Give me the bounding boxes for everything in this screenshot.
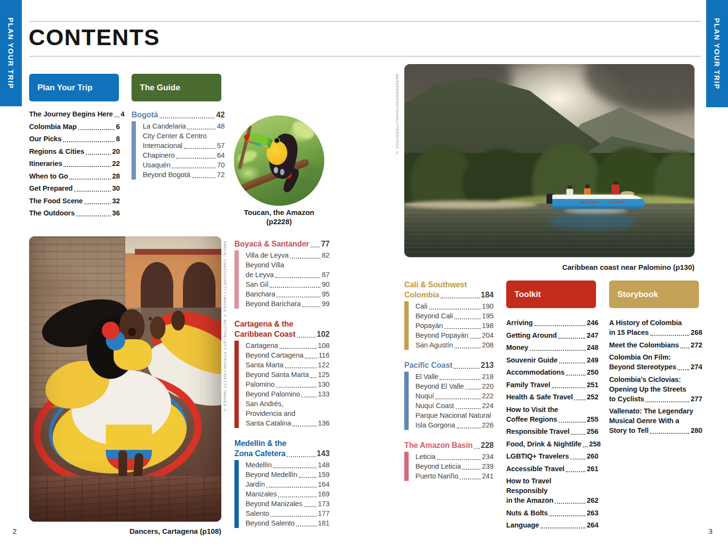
leader-dots [278, 496, 316, 497]
toc-entry-row: Villa de Leyva82 [246, 250, 330, 260]
toucan-caption: Toucan, the Amazon (p2228) [234, 208, 324, 226]
toc-entry-row: Palomino130 [246, 379, 330, 389]
leader-dots [559, 422, 585, 423]
toc-entry-page: 222 [482, 391, 494, 401]
toc-group-cartagena: Cartagena & theCaribbean Coast102Cartage… [234, 319, 330, 428]
leader-dots [470, 338, 480, 339]
toc-entry: Accommodations250 [506, 367, 598, 377]
toc-entry-label: Beyond El Valle [415, 381, 464, 391]
toc-entry-label: Chapinero [143, 150, 175, 160]
toc-entry-label: Isla Gorgona [415, 420, 455, 430]
toc-entry-label: Beyond Santa Marta [246, 370, 309, 379]
right-tab-label: PLAN YOUR TRIP [713, 18, 721, 89]
guide-column-right: Cali & SouthwestColombia184Cali190Beyond… [404, 280, 494, 491]
toc-entry-page: 190 [482, 301, 494, 311]
toc-entry-row: Colombia Map6 [29, 122, 120, 132]
the-guide-box-label: The Guide [140, 83, 180, 93]
leader-dots [63, 141, 115, 142]
toc-entry-label: Regions & Cities [29, 147, 84, 156]
page-title: CONTENTS [29, 24, 160, 50]
toc-entry: Nuquí222 [415, 391, 494, 401]
toc-entry-row: When to Go28 [29, 171, 120, 181]
leader-dots [583, 446, 588, 447]
toc-entry-label: Language [506, 520, 539, 530]
leader-dots [460, 478, 480, 479]
toc-entry: Our Picks8 [29, 134, 120, 144]
toc-entry-line: San Andrés, [246, 399, 330, 409]
plan-your-trip-box: Plan Your Trip [29, 74, 119, 101]
leader-dots [176, 158, 215, 159]
toc-entry-page: 195 [482, 311, 494, 321]
toc-entry-row: Souvenir Guide249 [506, 355, 598, 365]
toc-entry-page: 260 [587, 451, 598, 461]
toc-entry-label: Beyond Bogotá [143, 170, 190, 180]
leader-dots [549, 515, 585, 516]
toc-entry-row: Beyond Bogotá72 [143, 170, 225, 180]
toc-entry: Food, Drink & Nightlife258 [506, 439, 598, 449]
toc-entry-line: Beyond Villa [246, 260, 330, 270]
toc-entry: How to TravelResponsiblyin the Amazon262 [506, 476, 598, 505]
toc-entry-row: in the Amazon262 [506, 495, 598, 505]
toc-entry-page: 184 [481, 290, 494, 300]
leader-dots [115, 116, 119, 117]
toc-entry-label: The Food Scene [29, 196, 83, 206]
leader-dots [304, 506, 316, 507]
toc-entry: Family Travel251 [506, 380, 598, 390]
toc-entry-page: 8 [116, 134, 120, 144]
leader-dots [266, 487, 316, 488]
toc-entry: Puerto Nariño241 [415, 471, 494, 481]
toc-entry-page: 262 [587, 495, 598, 505]
toc-entry-label: Beyond Popayán [415, 330, 468, 340]
toc-entry-label: Caribbean Coast [234, 329, 296, 339]
toc-entry: Beyond Santa Marta125 [246, 370, 330, 379]
toc-entry-label: Family Travel [506, 380, 550, 390]
toc-entry: La Candelaria48 [143, 121, 225, 131]
toc-entry-page: 258 [589, 439, 601, 449]
toc-entry-row: The Amazon Basin228 [404, 440, 494, 450]
toc-entry: San Andrés,Providencia andSanta Catalina… [246, 399, 330, 428]
toc-entry-label: The Amazon Basin [404, 440, 473, 450]
toc-entry-page: 6 [116, 122, 120, 132]
toc-entry-label: Palomino [246, 379, 275, 389]
toc-entry-page: 72 [217, 170, 225, 180]
toc-entry: El Valle218 [415, 372, 494, 381]
vignette [29, 236, 221, 522]
toc-entry-row: Usaquén70 [143, 160, 225, 170]
toc-entry-label: Beyond Palomino [246, 389, 300, 399]
toc-entry-label: Pacific Coast [404, 360, 452, 370]
toc-entry-page: 42 [216, 110, 225, 120]
toc-entry-page: 4 [121, 109, 125, 119]
toc-entry-page: 87 [322, 270, 330, 280]
leader-dots [277, 296, 320, 297]
toc-entry-line: Parque Nacional Natural [415, 411, 494, 420]
leader-dots [192, 177, 215, 178]
toc-entry-page: 30 [112, 183, 120, 193]
toc-entry-label: Nuquí Coast [415, 401, 454, 411]
toc-entry-page: 177 [318, 509, 330, 518]
toc-group-items: Medellín148Beyond Medellín159Jardín164Ma… [234, 460, 330, 528]
toc-entry-label: Leticia [415, 452, 435, 461]
leader-dots [69, 179, 111, 180]
leader-dots [270, 516, 316, 517]
toc-group-pacific: Pacific Coast213El Valle218Beyond El Val… [404, 360, 494, 430]
toc-entry-label: Villa de Leyva [246, 250, 289, 260]
toc-entry-line: How to Travel [506, 476, 598, 486]
toc-entry-line: Cartagena & the [234, 319, 330, 329]
toc-entry-label: Beyond Manizales [246, 499, 302, 509]
leader-dots [559, 362, 585, 363]
toc-entry-label: The Outdoors [29, 208, 75, 218]
toc-entry-row: Beyond Popayán204 [415, 330, 494, 340]
toc-entry-row: Beyond Stereotypes274 [609, 362, 702, 372]
toc-entry-line: City Center & Centro [143, 131, 225, 141]
leader-dots [440, 379, 480, 380]
leader-dots [296, 526, 316, 527]
toc-entry-row: LGBTIQ+ Travelers260 [506, 451, 598, 461]
toc-entry-label: Bogotá [132, 110, 158, 120]
toc-entry-line: Medellín & the [234, 438, 330, 448]
toc-entry-page: 255 [587, 414, 598, 424]
toc-entry: Salento177 [246, 509, 330, 518]
toc-group-boyaca: Boyacá & Santander77Villa de Leyva82Beyo… [234, 239, 330, 309]
toc-entry-row: Regions & Cities20 [29, 147, 120, 156]
toc-entry-row: Food, Drink & Nightlife258 [506, 439, 598, 449]
toc-entry-label: Souvenir Guide [506, 355, 558, 365]
